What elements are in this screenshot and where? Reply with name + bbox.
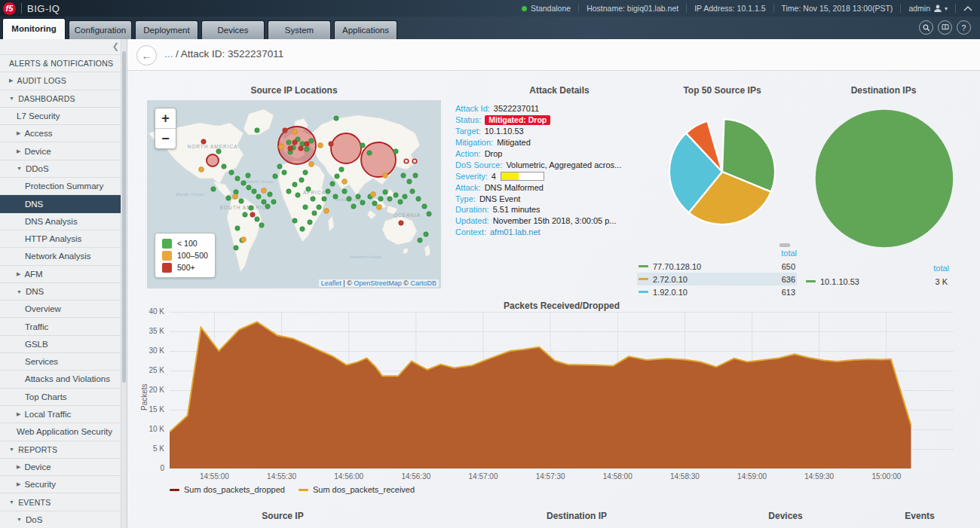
sidebar-item-afm[interactable]: ▶AFM — [0, 266, 121, 283]
source-dot-red[interactable] — [292, 140, 297, 145]
sidebar-item-alerts-notifications[interactable]: ALERTS & NOTIFICATIONS — [0, 55, 121, 72]
tab-monitoring[interactable]: Monitoring — [2, 18, 66, 39]
source-dot-green[interactable] — [351, 204, 356, 209]
sidebar-item-services[interactable]: Services — [0, 353, 121, 371]
legend-row-2-72-0-10[interactable]: 2.72.0.10636 — [637, 273, 797, 285]
sidebar-item-network-analysis[interactable]: Network Analysis — [0, 248, 121, 265]
topbar-item-admin[interactable]: admin▾ — [908, 4, 948, 13]
source-dot-orange[interactable] — [318, 143, 323, 148]
source-dot-green[interactable] — [239, 199, 243, 203]
source-dot-green[interactable] — [394, 149, 398, 154]
source-dot-green[interactable] — [335, 174, 339, 179]
source-dot-green[interactable] — [427, 212, 431, 216]
source-dot-green[interactable] — [306, 187, 311, 191]
bottom-tab-events[interactable]: Events — [905, 511, 934, 521]
sidebar-item-dns[interactable]: ▼DNS — [0, 283, 121, 301]
source-dot-green[interactable] — [303, 170, 308, 175]
source-dot-green[interactable] — [347, 197, 351, 201]
source-dot-ring[interactable] — [412, 159, 417, 163]
source-dot-green[interactable] — [265, 204, 270, 209]
source-dot-green[interactable] — [229, 170, 234, 175]
zoom-in-button[interactable]: + — [155, 108, 176, 128]
source-dot-green[interactable] — [243, 212, 247, 217]
source-dot-green[interactable] — [262, 200, 266, 204]
pie-legend-scrollbar[interactable] — [779, 243, 790, 247]
source-dot-orange[interactable] — [377, 205, 382, 210]
source-dot-orange[interactable] — [309, 162, 314, 167]
breadcrumb-ellipsis[interactable]: ... — [164, 48, 173, 60]
source-dot-green[interactable] — [300, 227, 305, 231]
source-dot-green[interactable] — [367, 151, 372, 155]
source-dot-green[interactable] — [401, 173, 406, 178]
source-dot-green[interactable] — [234, 190, 238, 194]
source-dot-orange[interactable] — [371, 192, 376, 197]
sidebar-item-access[interactable]: ▶Access — [0, 125, 121, 142]
sidebar-item-protection-summary[interactable]: Protection Summary — [0, 178, 121, 195]
source-dot-green[interactable] — [394, 193, 398, 197]
sidebar-item-security[interactable]: ▶Security — [0, 476, 121, 493]
attribution-link[interactable]: Leaflet — [321, 279, 341, 287]
source-dot-orange[interactable] — [342, 179, 348, 185]
source-dot-green[interactable] — [372, 201, 377, 206]
sidebar-item-dns-analysis[interactable]: DNS Analysis — [0, 213, 121, 230]
source-dot-green[interactable] — [333, 194, 338, 199]
source-dot-green[interactable] — [342, 189, 347, 194]
source-dot-green[interactable] — [234, 246, 238, 250]
source-dot-green[interactable] — [246, 173, 250, 178]
source-dot-green[interactable] — [222, 164, 226, 169]
sidebar-item-gslb[interactable]: GSLB — [0, 336, 121, 353]
source-dot-green[interactable] — [226, 196, 231, 200]
source-dot-green[interactable] — [259, 223, 264, 227]
source-dot-orange[interactable] — [383, 173, 388, 179]
source-dot-green[interactable] — [300, 142, 305, 146]
context-link[interactable]: afm01.lab.net — [490, 227, 541, 237]
source-dot-green[interactable] — [303, 205, 308, 209]
source-dot-green[interactable] — [403, 194, 407, 199]
source-dot-red[interactable] — [288, 146, 292, 151]
source-dot-green[interactable] — [387, 197, 392, 201]
back-button[interactable]: ← — [136, 45, 157, 66]
sidebar-item-overview[interactable]: Overview — [0, 301, 121, 318]
source-dot-green[interactable] — [407, 179, 412, 184]
source-dot-red[interactable] — [329, 142, 333, 146]
source-dot-green[interactable] — [312, 211, 317, 215]
source-dot-green[interactable] — [296, 193, 300, 197]
source-dot-green[interactable] — [360, 143, 365, 148]
sidebar-item-dashboards[interactable]: ▼DASHBOARDS — [0, 90, 121, 108]
source-dot-green[interactable] — [235, 176, 240, 181]
source-dot-red[interactable] — [250, 212, 255, 217]
source-dot-green[interactable] — [249, 206, 253, 210]
source-dot-green[interactable] — [216, 149, 221, 154]
source-dot-green[interactable] — [235, 226, 240, 230]
source-dot-green[interactable] — [356, 194, 360, 199]
source-dot-green[interactable] — [211, 187, 216, 191]
source-dot-red[interactable] — [305, 142, 309, 146]
legend-row-10-1-10-53[interactable]: 10.1.10.533 K — [804, 275, 949, 288]
legend-row-1-92-0-10[interactable]: 1.92.0.10613 — [637, 285, 797, 298]
sidebar-item-device[interactable]: ▶Device — [0, 142, 121, 160]
pie-slice[interactable] — [816, 110, 953, 247]
sidebar-scrollbar-thumb[interactable] — [122, 51, 126, 383]
source-dot-green[interactable] — [256, 194, 261, 199]
destinations-pie-chart[interactable] — [813, 107, 956, 250]
source-dot-orange[interactable] — [241, 237, 247, 243]
source-dot-green[interactable] — [271, 200, 276, 204]
bottom-tab-devices[interactable]: Devices — [768, 511, 802, 521]
source-dot-green[interactable] — [255, 128, 259, 133]
top-sources-pie-chart[interactable] — [667, 117, 777, 227]
legend-row-77-70-128-10[interactable]: 77.70.128.10650 — [637, 260, 797, 273]
source-dot-green[interactable] — [339, 167, 344, 172]
sidebar-item-device[interactable]: ▶Device — [0, 459, 121, 476]
source-dot-green[interactable] — [398, 200, 403, 204]
source-dot-green[interactable] — [413, 173, 418, 178]
source-dot-green[interactable] — [410, 189, 415, 194]
source-dot-green[interactable] — [317, 205, 321, 209]
attribution-link[interactable]: OpenStreetMap — [354, 279, 402, 287]
source-dot-green[interactable] — [292, 218, 297, 223]
sidebar-scrollbar[interactable] — [121, 39, 127, 528]
sidebar-item-audit-logs[interactable]: ▶AUDIT LOGS — [0, 72, 121, 90]
source-dot-orange[interactable] — [279, 145, 284, 150]
source-dot-green[interactable] — [268, 192, 272, 197]
source-dot-green[interactable] — [252, 189, 256, 194]
source-dot-green[interactable] — [334, 116, 338, 121]
